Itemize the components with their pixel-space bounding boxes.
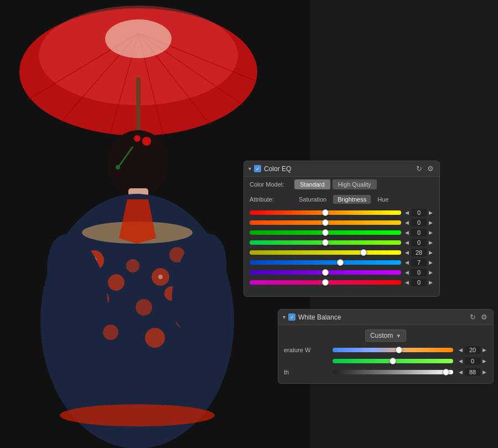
color-eq-sliders: ◀0▶◀0▶◀0▶◀0▶◀28▶◀7▶◀0▶◀0▶ [244, 207, 439, 291]
color-eq-increment-3[interactable]: ▶ [428, 240, 434, 246]
color-eq-slider-6[interactable] [250, 270, 401, 275]
color-eq-slider-row-4: ◀28▶ [250, 249, 434, 256]
wb-slider-0[interactable] [333, 348, 453, 352]
color-eq-value-2: 0 [411, 229, 427, 236]
color-eq-panel: ▾ ✓ Color EQ ↻ ⚙ Color Model: Standard H… [243, 161, 440, 297]
color-eq-slider-row-1: ◀0▶ [250, 219, 434, 226]
wb-enabled-checkbox[interactable]: ✓ [288, 313, 295, 321]
color-eq-increment-6[interactable]: ▶ [428, 270, 434, 276]
color-eq-value-3: 0 [411, 239, 427, 246]
color-eq-decrement-2[interactable]: ◀ [404, 230, 410, 236]
wb-preset-row: Custom ▼ [278, 325, 493, 344]
color-eq-slider-2[interactable] [250, 230, 401, 235]
collapse-icon[interactable]: ▾ [248, 166, 251, 172]
wb-increment-1[interactable]: ▶ [481, 358, 487, 364]
color-eq-value-control-1: ◀0▶ [404, 219, 434, 226]
color-eq-increment-4[interactable]: ▶ [428, 250, 434, 256]
color-eq-decrement-5[interactable]: ◀ [404, 260, 410, 266]
svg-point-25 [136, 299, 152, 316]
svg-point-10 [105, 19, 172, 58]
color-eq-settings-btn[interactable]: ⚙ [426, 164, 435, 173]
color-eq-thumb-3 [322, 239, 329, 246]
wb-slider-2[interactable] [333, 370, 453, 374]
color-eq-decrement-1[interactable]: ◀ [404, 220, 410, 226]
svg-point-29 [145, 328, 165, 348]
color-eq-slider-row-6: ◀0▶ [250, 269, 434, 276]
color-eq-decrement-0[interactable]: ◀ [404, 210, 410, 216]
color-model-label: Color Model: [250, 181, 291, 188]
color-eq-decrement-3[interactable]: ◀ [404, 240, 410, 246]
svg-point-28 [103, 325, 118, 340]
wb-decrement-0[interactable]: ◀ [458, 347, 464, 353]
color-eq-thumb-7 [322, 279, 329, 286]
color-eq-slider-0[interactable] [250, 210, 401, 215]
wb-thumb-0 [396, 347, 402, 353]
tab-saturation[interactable]: Saturation [294, 195, 331, 204]
wb-increment-2[interactable]: ▶ [481, 369, 487, 375]
color-model-tabs: Standard High Quality [294, 179, 377, 189]
color-eq-increment-0[interactable]: ▶ [428, 210, 434, 216]
color-model-row: Color Model: Standard High Quality [244, 177, 439, 192]
wb-increment-0[interactable]: ▶ [481, 347, 487, 353]
wb-value-0: 20 [465, 346, 480, 354]
color-eq-decrement-6[interactable]: ◀ [404, 270, 410, 276]
color-eq-increment-7[interactable]: ▶ [428, 280, 434, 286]
color-eq-enabled-checkbox[interactable]: ✓ [254, 165, 261, 172]
color-eq-slider-4[interactable] [250, 250, 401, 255]
svg-point-16 [116, 165, 120, 169]
wb-value-control-2: ◀88▶ [458, 368, 487, 376]
color-eq-thumb-2 [322, 229, 329, 236]
wb-slider-1[interactable] [333, 359, 453, 363]
color-eq-slider-1[interactable] [250, 220, 401, 225]
wb-decrement-2[interactable]: ◀ [458, 369, 464, 375]
color-eq-value-control-3: ◀0▶ [404, 239, 434, 246]
tab-brightness[interactable]: Brightness [333, 195, 371, 204]
color-eq-slider-7[interactable] [250, 280, 401, 285]
color-eq-value-6: 0 [411, 269, 427, 276]
wb-decrement-1[interactable]: ◀ [458, 358, 464, 364]
color-eq-title: Color EQ [264, 165, 412, 173]
color-eq-value-control-7: ◀0▶ [404, 279, 434, 286]
color-eq-increment-2[interactable]: ▶ [428, 230, 434, 236]
attribute-tabs: Saturation Brightness Hue [294, 195, 393, 204]
color-eq-decrement-4[interactable]: ◀ [404, 250, 410, 256]
color-eq-refresh-btn[interactable]: ↻ [415, 164, 423, 173]
wb-settings-btn[interactable]: ⚙ [480, 313, 489, 321]
attribute-row: Attribute: Saturation Brightness Hue [244, 192, 439, 207]
color-eq-increment-5[interactable]: ▶ [428, 260, 434, 266]
attribute-label: Attribute: [250, 196, 291, 203]
svg-point-14 [134, 135, 141, 142]
wb-thumb-2 [443, 369, 449, 375]
tab-hue[interactable]: Hue [373, 195, 393, 204]
wb-label-2: th [284, 369, 328, 375]
dropdown-arrow-icon: ▼ [396, 333, 401, 339]
color-eq-slider-row-3: ◀0▶ [250, 239, 434, 246]
tab-standard[interactable]: Standard [294, 179, 330, 189]
color-eq-value-control-5: ◀7▶ [404, 259, 434, 266]
color-eq-value-1: 0 [411, 219, 427, 226]
wb-value-2: 88 [465, 368, 480, 376]
wb-refresh-btn[interactable]: ↻ [469, 313, 477, 321]
color-eq-value-control-2: ◀0▶ [404, 229, 434, 236]
wb-header: ▾ ✓ White Balance ↻ ⚙ [278, 310, 493, 325]
wb-slider-row-0: erature W◀20▶ [278, 344, 493, 356]
svg-point-13 [142, 137, 151, 146]
wb-collapse-icon[interactable]: ▾ [283, 314, 286, 320]
wb-title: White Balance [298, 313, 466, 321]
white-balance-panel: ▾ ✓ White Balance ↻ ⚙ Custom ▼ erature W… [278, 309, 494, 384]
color-eq-slider-5[interactable] [250, 260, 401, 265]
wb-sliders-container: erature W◀20▶◀0▶th◀88▶ [278, 344, 493, 378]
color-eq-value-4: 28 [411, 249, 427, 256]
tab-high-quality[interactable]: High Quality [333, 179, 377, 189]
wb-slider-row-2: th◀88▶ [278, 367, 493, 378]
color-eq-thumb-4 [360, 249, 367, 256]
color-eq-header: ▾ ✓ Color EQ ↻ ⚙ [244, 161, 439, 177]
color-eq-slider-3[interactable] [250, 240, 401, 245]
color-eq-decrement-7[interactable]: ◀ [404, 280, 410, 286]
color-eq-slider-row-5: ◀7▶ [250, 259, 434, 266]
color-eq-increment-1[interactable]: ▶ [428, 220, 434, 226]
wb-value-control-1: ◀0▶ [458, 357, 487, 365]
color-eq-slider-row-7: ◀0▶ [250, 279, 434, 286]
wb-preset-dropdown[interactable]: Custom ▼ [365, 329, 406, 342]
color-eq-value-control-4: ◀28▶ [404, 249, 434, 256]
